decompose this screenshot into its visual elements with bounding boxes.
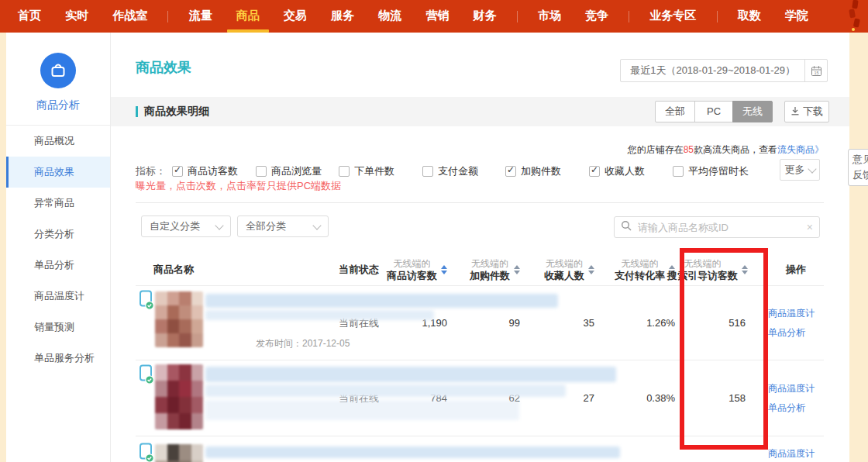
date-range-picker[interactable]: 最近1天（2018-01-29~2018-01-29） 15 — [620, 59, 828, 82]
more-metrics-button[interactable]: 更多 — [780, 159, 820, 181]
metric-checkbox-orders[interactable]: 下单件数 — [339, 164, 394, 178]
nav-item-goods[interactable]: 商品 — [232, 0, 264, 33]
metric-checkbox-visitors[interactable]: 商品访客数 — [172, 164, 238, 178]
checkbox-unchecked-icon[interactable] — [673, 166, 684, 177]
sort-icon[interactable] — [742, 265, 748, 274]
sort-icon[interactable] — [514, 265, 520, 274]
nav-item-business-zone[interactable]: 业务专区 — [646, 0, 700, 33]
nav-item-academy[interactable]: 学院 — [781, 0, 812, 33]
calendar-icon[interactable]: 15 — [804, 60, 827, 81]
checkbox-checked-icon[interactable] — [172, 166, 183, 177]
nav-item-service[interactable]: 服务 — [327, 0, 358, 33]
sidebar-item-abnormal-goods[interactable]: 异常商品 — [6, 188, 110, 219]
checkbox-checked-icon[interactable] — [505, 166, 516, 177]
nav-item-realtime[interactable]: 实时 — [61, 0, 92, 33]
nav-item-competition[interactable]: 竞争 — [581, 0, 612, 33]
tab-wireless[interactable]: 无线 — [732, 101, 773, 122]
metric-checkbox-pay-amount[interactable]: 支付金额 — [422, 164, 478, 178]
product-search-box: × — [614, 216, 820, 238]
custom-category-dropdown[interactable]: 自定义分类 — [141, 215, 231, 237]
mobile-online-icon — [138, 364, 155, 388]
nav-item-home[interactable]: 首页 — [14, 0, 45, 33]
section-tick-mark — [136, 106, 138, 117]
col-header-qualifier: 无线端的 — [544, 258, 584, 270]
download-button[interactable]: 下载 — [784, 101, 829, 122]
table-row: 当前在线 784 62 27 0.38% 158 商品温度计 单品分析 — [136, 360, 824, 436]
tab-pc[interactable]: PC — [694, 101, 733, 122]
main-content: 商品效果 最近1天（2018-01-29~2018-01-29） 15 商品效果… — [111, 33, 849, 462]
bag-icon — [40, 53, 76, 88]
download-icon — [790, 106, 800, 118]
metric-checkbox-cart-items[interactable]: 加购件数 — [505, 164, 561, 178]
metric-checkbox-favorites[interactable]: 收藏人数 — [589, 164, 645, 178]
nav-divider — [167, 11, 168, 22]
notice-prefix: 您的店铺存在 — [628, 144, 684, 155]
nav-item-data-fetch[interactable]: 取数 — [734, 0, 765, 33]
section-title-text: 商品效果明细 — [144, 105, 209, 119]
metric-label: 支付金额 — [438, 164, 478, 178]
all-category-dropdown[interactable]: 全部分类 — [237, 215, 329, 237]
single-item-analysis-link[interactable]: 单品分析 — [768, 402, 805, 415]
sidebar-item-goods-overview[interactable]: 商品概况 — [6, 126, 110, 157]
col-header-pay-conversion[interactable]: 无线端的支付转化率 — [601, 254, 678, 285]
search-icon — [621, 220, 632, 234]
chevron-down-icon — [808, 164, 816, 173]
sidebar-item-category-analysis[interactable]: 分类分析 — [6, 219, 110, 250]
metric-label: 加购件数 — [521, 164, 561, 178]
col-header-favorites[interactable]: 无线端的收藏人数 — [531, 254, 601, 285]
feedback-tab[interactable]: 意见反馈 — [848, 149, 868, 186]
nav-item-trade[interactable]: 交易 — [280, 0, 311, 33]
product-title-blurred — [205, 384, 566, 397]
section-bar: 商品效果明细 全部 PC 无线 下载 — [111, 97, 849, 126]
col-header-visitors[interactable]: 无线端的商品访客数 — [380, 254, 461, 285]
sidebar-item-sales-forecast[interactable]: 销量预测 — [6, 312, 110, 343]
nav-item-warroom[interactable]: 作战室 — [108, 0, 151, 33]
top-nav: 首页 实时 作战室 流量 商品 交易 服务 物流 营销 财务 市场 竞争 业务专… — [0, 0, 868, 33]
svg-text:15: 15 — [814, 71, 818, 75]
loss-goods-link[interactable]: 流失商品》 — [777, 144, 824, 155]
sidebar-item-single-item-analysis[interactable]: 单品分析 — [6, 250, 110, 281]
goods-thermometer-link[interactable]: 商品温度计 — [768, 307, 815, 320]
search-input[interactable] — [636, 221, 802, 234]
single-item-analysis-link[interactable]: 单品分析 — [768, 326, 805, 340]
product-name-cell[interactable] — [136, 436, 329, 462]
page-title: 商品效果 — [136, 58, 191, 77]
checkbox-checked-icon[interactable] — [589, 166, 600, 177]
metric-checkbox-pageviews[interactable]: 商品浏览量 — [256, 164, 322, 178]
sidebar-item-goods-thermometer[interactable]: 商品温度计 — [6, 281, 110, 312]
sidebar-item-goods-effect[interactable]: 商品效果 — [6, 157, 110, 188]
col-header-label: 加购件数 — [470, 270, 510, 281]
checkbox-unchecked-icon[interactable] — [256, 166, 267, 177]
col-header-cart-items[interactable]: 无线端的加购件数 — [461, 254, 531, 285]
nav-item-logistics[interactable]: 物流 — [374, 0, 405, 33]
goods-effect-table: 商品名称 当前状态 无线端的商品访客数 无线端的加购件数 无线端的收藏人数 — [136, 254, 824, 462]
cart-items-value: 99 — [461, 317, 531, 329]
product-title-blurred — [205, 294, 558, 308]
notice-count: 85 — [684, 144, 694, 155]
checkbox-unchecked-icon[interactable] — [339, 166, 350, 177]
mobile-online-icon — [138, 290, 155, 314]
nav-item-finance[interactable]: 财务 — [470, 0, 501, 33]
nav-item-traffic[interactable]: 流量 — [185, 0, 216, 33]
goods-thermometer-link[interactable]: 商品温度计 — [768, 447, 815, 460]
tab-all[interactable]: 全部 — [655, 101, 695, 122]
product-name-cell[interactable] — [136, 360, 329, 436]
section-title: 商品效果明细 — [136, 97, 209, 126]
sidebar-group-label[interactable]: 商品分析 — [6, 98, 110, 112]
nav-item-market[interactable]: 市场 — [534, 0, 565, 33]
sidebar-item-single-item-service[interactable]: 单品服务分析 — [6, 343, 110, 374]
metric-label: 下单件数 — [354, 164, 394, 178]
col-header-search-guided-visitors[interactable]: 无线端的搜索引导访客数 — [678, 254, 768, 285]
nav-item-marketing[interactable]: 营销 — [422, 0, 453, 33]
sort-icon[interactable] — [441, 265, 447, 274]
checkbox-unchecked-icon[interactable] — [422, 166, 433, 177]
clear-search-icon[interactable]: × — [807, 221, 813, 233]
pay-conversion-value: 1.26% — [601, 317, 678, 329]
col-header-label: 搜索引导访客数 — [667, 270, 738, 281]
goods-thermometer-link[interactable]: 商品温度计 — [768, 382, 815, 395]
product-title-blurred — [205, 400, 519, 420]
metric-checkbox-stay-time[interactable]: 平均停留时长 — [673, 164, 749, 178]
sort-icon[interactable] — [588, 265, 594, 274]
product-name-cell[interactable]: 发布时间：2017-12-05 — [136, 286, 329, 360]
col-header-qualifier: 无线端的 — [470, 258, 510, 270]
